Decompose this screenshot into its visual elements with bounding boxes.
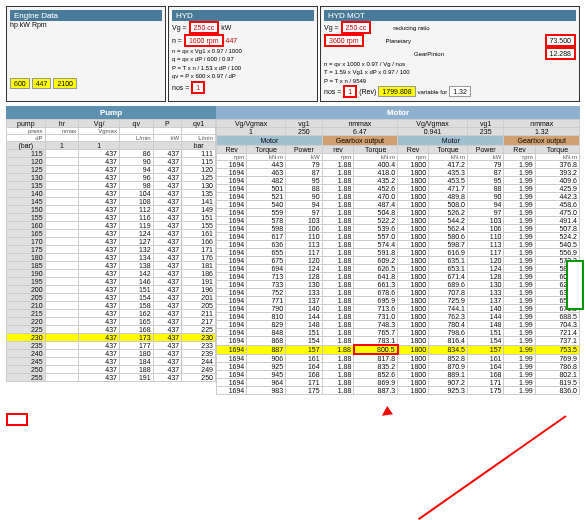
motor-header2: Motor Gearbox output Motor Gearbox outpu… xyxy=(217,136,580,146)
hyd-motor-panel: HYD MOT Vg = 250 cc reducing ratio 3600 … xyxy=(320,6,580,102)
motor-n-value[interactable]: 3600 rpm xyxy=(324,34,364,47)
kw-label2: kW xyxy=(221,24,231,31)
table-row: 1694540941.88487.41800508.0941.99458.6 xyxy=(217,201,580,209)
table-row: 235437177437233 xyxy=(7,342,216,350)
kw-label: kW xyxy=(20,21,30,28)
table-row: 195437146437191 xyxy=(7,278,216,286)
motor-section-title: Motor xyxy=(216,106,580,119)
table-row: 185437138437181 xyxy=(7,262,216,270)
table-row: 150437112437149 xyxy=(7,206,216,214)
table-row: 16945781031.88522.21800544.21031.99491.4 xyxy=(217,217,580,225)
hyd-pump-title: HYD xyxy=(172,10,314,21)
table-row: 16946941241.88626.51800653.11241.99589.7 xyxy=(217,265,580,273)
variable-value: 1.32 xyxy=(449,86,471,97)
table-row: 16949451681.88852.61800889.11681.99802.1 xyxy=(217,371,580,379)
annotation-note xyxy=(566,260,584,310)
reducing-label: reducing ratio xyxy=(393,25,429,31)
table-row: 16947901401.88713.61800744.11401.99671.5 xyxy=(217,305,580,313)
annotation-line xyxy=(418,415,567,520)
n-label: n = xyxy=(172,37,182,44)
highlight-pressure-box xyxy=(6,413,28,426)
table-row: 165437124437161 xyxy=(7,230,216,238)
table-row: 1694482951.88435.21800453.5951.99409.6 xyxy=(217,177,580,185)
table-row: 16948871571.88800.51800834.51571.99753.5 xyxy=(217,345,580,354)
hp-value[interactable]: 600 xyxy=(10,78,30,89)
table-row: 16946171101.88557.01800580.61101.99524.2 xyxy=(217,233,580,241)
table-row: 220437165437217 xyxy=(7,318,216,326)
table-row: 1694501881.88452.61800471.7881.99425.9 xyxy=(217,185,580,193)
table-row: 13543798437130 xyxy=(7,182,216,190)
table-row: 16947711371.88695.91800725.91371.99655.2 xyxy=(217,297,580,305)
motor-col-headers: Rev Torque Power rev Torque Rev Torque P… xyxy=(217,146,580,154)
pump-nos-value[interactable]: 1 xyxy=(191,81,205,94)
motor-nos-label: nos = xyxy=(324,88,341,95)
table-row: 11543786437111 xyxy=(7,150,216,158)
table-row: 16948681541.88783.11800816.41541.99737.1 xyxy=(217,337,580,346)
table-row: 16947331301.88661.31800689.61301.99622.4 xyxy=(217,281,580,289)
gear-v2[interactable]: 12.288 xyxy=(545,47,576,60)
hyd-pump-panel: HYD Vg = 250 cc kW n = 1600 rpm 447 n = … xyxy=(168,6,318,102)
table-row: 16946751201.88609.21800635.11201.99573.3 xyxy=(217,257,580,265)
table-row: 16947521331.88678.61800707.81331.99638.8 xyxy=(217,289,580,297)
table-row: 250437188437249 xyxy=(7,366,216,374)
table-row: 16949251641.88835.21800870.91641.99786.8 xyxy=(217,363,580,371)
pump-unit-row: dP L/min kW L/min xyxy=(7,135,216,142)
table-row: 1694463871.88418.01800435.3871.99393.2 xyxy=(217,169,580,177)
table-row: 16945981061.88539.61800562.41061.99507.8 xyxy=(217,225,580,233)
table-row: 190437142437186 xyxy=(7,270,216,278)
pump-param-row: (bar) 1 1 bar xyxy=(7,142,216,150)
table-row: 205437154437201 xyxy=(7,294,216,302)
hp-label: hp xyxy=(10,21,18,28)
pump-kw-value: 447 xyxy=(226,37,238,44)
table-row: 230437173437230 xyxy=(7,334,216,342)
table-row: 12543794437120 xyxy=(7,166,216,174)
motor-nos-value[interactable]: 1 xyxy=(343,85,357,98)
data-tables: Pump pump hr Vg/ qv P qv1 press nmax Vgm… xyxy=(6,106,580,395)
engine-title: Engine Data xyxy=(10,10,162,21)
planetary-label: Planetary xyxy=(386,38,411,44)
table-row: 145437108437141 xyxy=(7,198,216,206)
table-row: 155437116437151 xyxy=(7,214,216,222)
pump-n-value[interactable]: 1600 rpm xyxy=(184,34,224,47)
table-row: 215437162437211 xyxy=(7,310,216,318)
motor-formulas: n = qv x 1000 x 0.97 / Vg / nos T = 1.59… xyxy=(324,60,576,85)
rev-label: (Rev) xyxy=(359,88,376,95)
table-row: 13043796437125 xyxy=(7,174,216,182)
table-row: 16946551171.88591.81800616.91171.99556.9 xyxy=(217,249,580,257)
motor-unit-row: rpm kN·m kW rpm kN·m rpm kN·m kW rpm kN·… xyxy=(217,154,580,161)
rpm-value[interactable]: 2100 xyxy=(53,78,77,89)
kw-value[interactable]: 447 xyxy=(32,78,52,89)
table-row: 175437132437171 xyxy=(7,246,216,254)
table-row: 16948291481.88748.31800780.41481.99704.3 xyxy=(217,321,580,329)
pump-formulas: n = qv x Vg1 x 0.97 / 1000 q = qv x dP /… xyxy=(172,47,314,81)
table-row: 16949831751.88887.31800925.31751.99836.0 xyxy=(217,387,580,395)
motor-table: Vg/Vgmax vg1 nmmax Vg/Vgmax vg1 nmmax 1 … xyxy=(216,119,580,395)
table-row: 16946361131.88574.41800598.71131.99540.5 xyxy=(217,241,580,249)
table-row: 16949641711.88869.91800907.21711.99819.5 xyxy=(217,379,580,387)
table-row: 180437134437176 xyxy=(7,254,216,262)
rev-value: 1799.808 xyxy=(378,86,415,97)
motor-vg-label: Vg = xyxy=(324,24,339,31)
table-row: 16948481511.88765.71800798.61511.99721.4 xyxy=(217,329,580,337)
pump-section-title: Pump xyxy=(6,106,216,119)
table-row: 240437180437239 xyxy=(7,350,216,358)
pump-col-headers: pump hr Vg/ qv P qv1 xyxy=(7,120,216,128)
table-row: 1694443791.88400.41800417.2791.99376.8 xyxy=(217,161,580,169)
rpm-label: Rpm xyxy=(32,21,47,28)
engine-panel: Engine Data hp kW Rpm 600 447 2100 xyxy=(6,6,166,102)
table-row: 1694559971.88504.81800526.2971.99475.0 xyxy=(217,209,580,217)
table-row: 170437127437166 xyxy=(7,238,216,246)
motor-header1: Vg/Vgmax vg1 nmmax Vg/Vgmax vg1 nmmax xyxy=(217,120,580,128)
vg-label: Vg = xyxy=(172,24,187,31)
table-row: 255437191437250 xyxy=(7,374,216,382)
hyd-motor-title: HYD MOT xyxy=(324,10,576,21)
table-row: 140437104437135 xyxy=(7,190,216,198)
table-row: 200437151437196 xyxy=(7,286,216,294)
gear-v1[interactable]: 73.500 xyxy=(545,34,576,47)
motor-vg-value[interactable]: 250 cc xyxy=(341,21,372,34)
annotation-arrow-icon xyxy=(379,406,393,420)
motor-header1-vals: 1 250 6.47 0.941 235 1.32 xyxy=(217,128,580,136)
pump-vg-value[interactable]: 250 cc xyxy=(189,21,220,34)
gear-label: GearPinion xyxy=(414,51,444,57)
table-row: 16949061611.88817.81800852.81611.99769.9 xyxy=(217,354,580,363)
